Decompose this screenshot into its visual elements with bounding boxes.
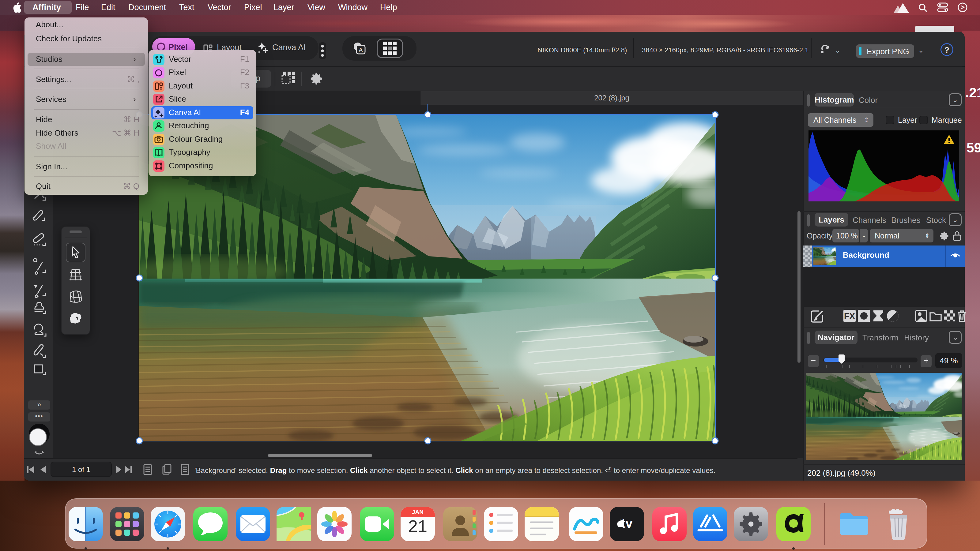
- svg-text:A: A: [359, 46, 363, 53]
- svg-text:FX: FX: [844, 311, 855, 321]
